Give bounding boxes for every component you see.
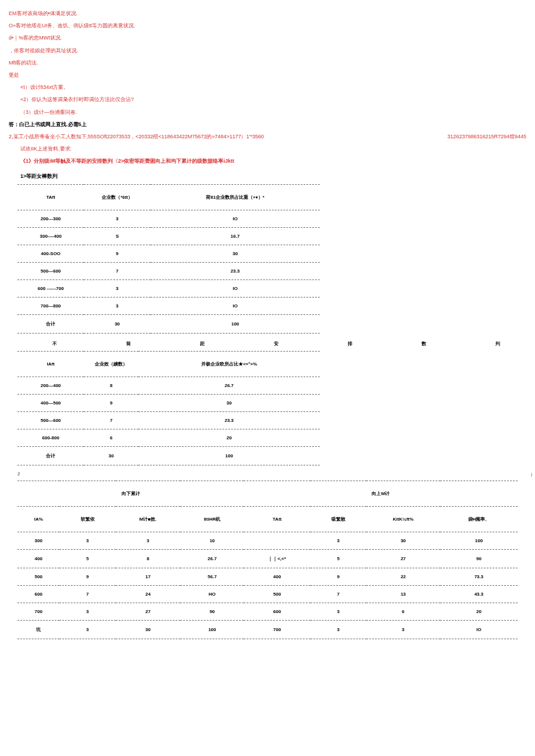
table-cell: 27 [366,549,440,568]
table-row: 600-800620 [17,429,320,446]
table-cell: 合计 [17,446,84,465]
table-cell: 9 [311,568,366,585]
table-cell: 20 [138,429,320,446]
table-cell: 6 [366,603,440,620]
table-cell: 6 [84,429,138,446]
s1-0: 不 [17,339,91,348]
table-cell: 合计 [17,314,84,333]
t3-h4: TAtt [244,506,310,532]
table-1: TAft 企业数（*6tt） 荷81企业数所占比重（«♦）* 200---300… [17,184,320,334]
t3-top0: 向下累计 [17,481,244,506]
table-cell: 9 [59,568,115,585]
s1-5: 数 [387,339,461,348]
table-cell: 56.7 [180,568,244,585]
table-cell: 9 [84,394,138,411]
t1-body: 200---3003IO300-—400S16.7400-SOO930500—6… [17,210,320,333]
table-cell: 400 [17,549,59,568]
line-11a: 2,某工小战所蒂备全小工人数知下,555SOft22073533，<20332殂… [9,132,264,141]
table-cell: 500 [17,568,59,585]
table-cell: 30 [116,620,181,639]
table-cell: 9 [84,245,150,262]
t3-h2: M计■效. [116,506,181,532]
table-row: 400-SOO930 [17,245,320,262]
s1-1: 筒 [91,339,165,348]
table-cell: 200---300 [17,210,84,227]
table-cell: 600 [244,603,310,620]
table-cell: 3 [366,620,440,639]
table-cell: 8 [116,549,181,568]
table-cell: 26.7 [180,549,244,568]
table-cell: 500 [244,585,310,603]
table-cell: 300 [17,532,59,549]
line-10: 答：白已上书或网上直找.必需5上 [9,120,526,129]
table-cell: 700 [244,620,310,639]
table-cell: 27 [116,603,181,620]
line-5: Mft客的叨法. [9,58,526,67]
table-row: 200---3003IO [17,210,320,227]
line-1: EM客对该商场的•体满足状况. [9,9,526,18]
table-row: 4005826.7｜｜<,<*52790 [17,549,518,568]
table-cell: 100 [151,314,320,333]
table-cell: 600-800 [17,429,84,446]
table-cell: S [84,227,150,245]
table-row: 600 ------7003IO [17,280,320,297]
table-row: 700327906003620 [17,603,518,620]
table-row: 400—500930 [17,394,320,411]
table-cell: 坑 [17,620,59,639]
s1-2: 距 [165,339,239,348]
table-cell: 22 [366,568,440,585]
line-13: 《1》分别级iM等触及不等距的安排数列〈2>依密等距费困向上和均下累计的级数据络… [9,156,526,166]
line-14: 1>等距女棒数列 [9,171,526,181]
table-cell: 20 [440,603,518,620]
table-cell [244,532,310,549]
t3-h5: 吸繁散 [311,506,366,532]
table-cell: IO [151,210,320,227]
table-row: 500—600723.3 [17,262,320,280]
table-row: 200—400826.7 [17,377,320,394]
table-cell: 30 [84,446,138,465]
table-cell: 26.7 [138,377,320,394]
t3-body: 30033103301004005826.7｜｜<,<*527905009175… [17,532,518,639]
table-cell: 43.3 [440,585,518,603]
table-cell: 90 [440,549,518,568]
table-cell: 200—400 [17,377,84,394]
table-cell: 3 [59,532,115,549]
table-cell: 3 [84,297,150,314]
table-cell: 100 [180,620,244,639]
table-cell: HO [180,585,244,603]
table-row: 合计30100 [17,314,320,333]
line-6: 更处 [9,70,526,80]
table-cell: 23.3 [151,262,320,280]
table-cell: 7 [311,585,366,603]
t3-h3: IltiHR机 [180,506,244,532]
table-cell: 7 [59,585,115,603]
t2-body: 200—400826.7400—500930500—600723.3600-80… [17,377,320,465]
t1-h2: 荷81企业数所占比重（«♦）* [151,184,320,210]
line-12: 试依IIK上述资料,要求: [9,144,526,153]
table-cell: 700—800 [17,297,84,314]
t3-top1: 向上M计 [244,481,518,506]
table-row: 合计30100 [17,446,320,465]
table-cell: 3 [59,620,115,639]
table-cell: 3 [84,210,150,227]
t2-h1: 企业效（續数） [84,351,138,377]
table-cell: 100 [440,532,518,549]
table-cell: 7 [84,262,150,280]
line-2: O»客对他塔在UI务、改饥、倒认级tt等力圆的离意状况. [9,21,526,30]
table-cell: IO [151,297,320,314]
table-cell: 16.7 [151,227,320,245]
table-cell: 30 [366,532,440,549]
table-cell: 400 [244,568,310,585]
table-row: 3003310330100 [17,532,518,549]
line-8: «2）你认为这签调枭衣行时即调位方法比仅合沾? [9,95,526,104]
table-cell: 3 [59,603,115,620]
t2-h0: IAft [17,351,84,377]
t3-h7: 袋H频率、 [440,506,518,532]
table-cell: IO [151,280,320,297]
table-cell: 300-—400 [17,227,84,245]
table-cell: 7 [84,411,138,429]
table-cell: 500—600 [17,411,84,429]
table-cell: 700 [17,603,59,620]
table-cell: 10 [180,532,244,549]
line-4: ，依客对祖娘处理的其址状况. [9,46,526,55]
